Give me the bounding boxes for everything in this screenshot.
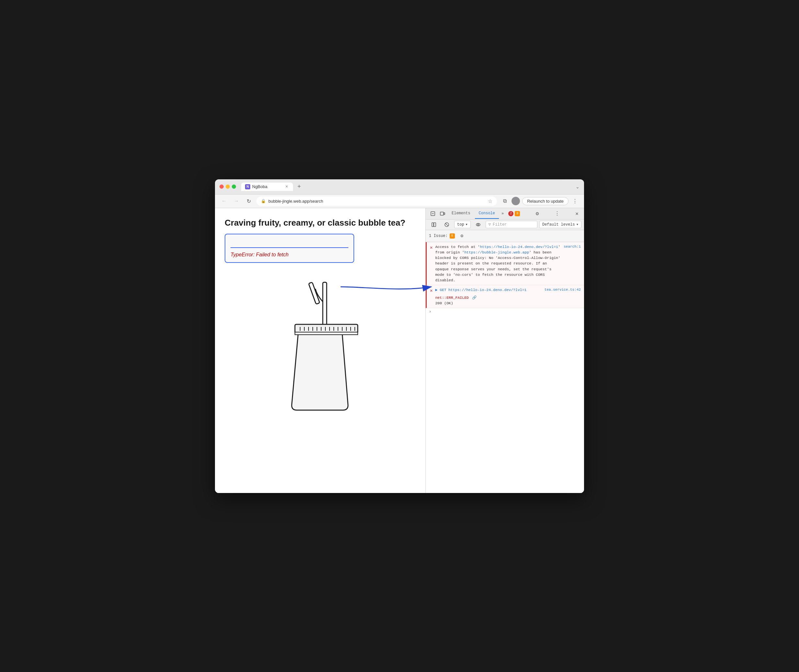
devtools-tabs: Elements Console » 2 8 ⚙ ⋮ ✕ [426, 208, 584, 219]
warning-badge: 8 [515, 211, 520, 216]
filter-placeholder: Filter [493, 222, 507, 227]
get-error-status: net::ERR_FAILED [435, 295, 469, 301]
svg-rect-2 [309, 282, 320, 304]
context-selector[interactable]: top ▾ [454, 221, 471, 228]
svg-rect-21 [440, 212, 444, 215]
close-button[interactable] [219, 184, 224, 189]
avatar [511, 197, 520, 205]
get-error-url[interactable]: https://hello-io-24.deno.dev/?lvl=1 [448, 287, 527, 293]
forward-button[interactable]: → [232, 197, 241, 206]
get-error-source[interactable]: tea.service.ts:42 [544, 287, 581, 293]
tab-close-button[interactable]: ✕ [284, 184, 289, 189]
active-tab[interactable]: N NgBoba ✕ [241, 182, 293, 191]
default-levels-dropdown-icon: ▾ [576, 222, 578, 227]
devtools-more-button[interactable]: ⋮ [552, 209, 562, 218]
bookmark-icon[interactable]: ☆ [488, 198, 492, 204]
search-box: TypeError: Failed to fetch [225, 234, 354, 263]
error-message: TypeError: Failed to fetch [231, 252, 348, 258]
search-input[interactable] [231, 239, 348, 248]
svg-rect-18 [295, 332, 358, 335]
top-dropdown-icon: ▾ [466, 222, 468, 227]
get-error-line: ▶ GET https://hello-io-24.deno.dev/?lvl=… [435, 287, 542, 301]
minimize-button[interactable] [226, 184, 230, 189]
svg-point-27 [476, 223, 480, 226]
browser-window: N NgBoba ✕ + ⌄ ← → ↻ 🔒 bubble-jingle.web… [215, 179, 584, 493]
get-error-content: ▶ GET https://hello-io-24.deno.dev/?lvl=… [435, 287, 542, 306]
filter-input[interactable]: ▽ Filter [486, 221, 537, 228]
tab-more-icon[interactable]: » [500, 209, 506, 219]
app-heading: Craving fruity, creamy, or classic bubbl… [225, 218, 416, 228]
devtools-close-button[interactable]: ✕ [572, 209, 581, 218]
title-bar: N NgBoba ✕ + ⌄ [215, 179, 584, 195]
default-levels-label: Default levels [542, 222, 575, 227]
address-input[interactable]: 🔒 bubble-jingle.web.app/search ☆ [256, 197, 497, 206]
tab-elements[interactable]: Elements [448, 208, 474, 219]
svg-rect-24 [434, 223, 436, 227]
issues-label: 1 Issue: [429, 234, 448, 238]
log-level-selector[interactable]: Default levels ▾ [540, 221, 581, 228]
issues-bar: 1 Issue: 8 ⚙ [426, 230, 584, 242]
issues-settings-icon[interactable]: ⚙ [458, 232, 466, 240]
refresh-button[interactable]: ↻ [244, 197, 253, 206]
filter-icon: ▽ [488, 222, 491, 227]
devtools-panel: Elements Console » 2 8 ⚙ ⋮ ✕ [425, 208, 584, 493]
toolbar-right: ⧉ Relaunch to update ⋮ [500, 197, 580, 206]
expand-icon: › [429, 309, 431, 314]
console-message-get: ✕ ▶ GET https://hello-io-24.deno.dev/?lv… [426, 285, 584, 308]
new-tab-button[interactable]: + [295, 182, 303, 191]
cors-error-text-before: Access to fetch at ' [435, 245, 480, 249]
clear-console-button[interactable] [441, 221, 452, 229]
svg-line-26 [445, 223, 448, 226]
relaunch-button[interactable]: Relaunch to update [522, 197, 568, 205]
extension-icon[interactable]: ⧉ [500, 197, 509, 206]
error-badge: 2 [508, 211, 514, 216]
chevron-down-icon[interactable]: ⌄ [576, 184, 580, 189]
cors-error-source[interactable]: search:1 [564, 244, 581, 250]
error-icon-1: ✕ [430, 245, 432, 251]
tab-favicon: N [245, 184, 250, 189]
maximize-button[interactable] [232, 184, 236, 189]
svg-point-28 [477, 224, 479, 225]
device-tool-icon[interactable] [438, 208, 447, 219]
svg-rect-23 [432, 223, 434, 227]
tab-title: NgBoba [252, 184, 267, 189]
error-icon-2: ✕ [430, 288, 432, 294]
console-expand-button[interactable]: › [426, 308, 584, 315]
back-button[interactable]: ← [219, 197, 229, 206]
address-url: bubble-jingle.web.app/search [268, 199, 323, 203]
lock-icon: 🔒 [261, 199, 266, 203]
get-ok-status: 200 (OK) [435, 301, 542, 306]
main-content: Craving fruity, creamy, or classic bubbl… [215, 208, 584, 493]
app-area: Craving fruity, creamy, or classic bubbl… [215, 208, 425, 493]
cors-error-url2[interactable]: https://bubble-jingle.web.app [464, 250, 529, 254]
eye-icon[interactable] [473, 221, 484, 229]
window-controls: ⌄ [576, 184, 580, 189]
console-message-cors: ✕ Access to fetch at 'https://hello-io-2… [426, 242, 584, 285]
cors-error-text-after: ' has been blocked by CORS policy: No 'A… [435, 250, 560, 282]
profile-icon[interactable] [511, 197, 520, 206]
address-bar: ← → ↻ 🔒 bubble-jingle.web.app/search ☆ ⧉… [215, 195, 584, 208]
top-label: top [457, 222, 464, 227]
cors-error-content: Access to fetch at 'https://hello-io-24.… [435, 244, 561, 283]
traffic-lights [219, 184, 236, 189]
link-icon: 🔗 [472, 295, 477, 301]
svg-rect-22 [444, 213, 445, 214]
cors-error-url1[interactable]: https://hello-io-24.deno.dev/?lvl=1 [480, 245, 558, 249]
bubble-tea-illustration [225, 276, 416, 418]
issues-badge: 8 [450, 234, 455, 238]
more-icon[interactable]: ⋮ [570, 197, 580, 206]
get-method-label: ▶ GET [435, 287, 447, 293]
cursor-tool-icon[interactable] [428, 208, 437, 219]
tab-console[interactable]: Console [475, 208, 499, 219]
sidebar-toggle-button[interactable] [428, 221, 439, 229]
console-messages: ✕ Access to fetch at 'https://hello-io-2… [426, 242, 584, 493]
devtools-settings-button[interactable]: ⚙ [533, 209, 542, 218]
devtools-toolbar: top ▾ ▽ Filter Default levels ▾ [426, 219, 584, 230]
tab-bar: N NgBoba ✕ + [241, 182, 572, 191]
